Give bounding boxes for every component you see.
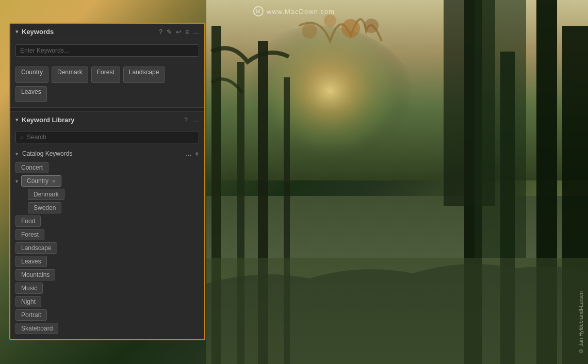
keywords-list-icon[interactable]: ≡ [185,28,189,36]
watermark: M www.MacDown.com [253,6,335,16]
svg-point-15 [341,19,360,38]
library-toggle[interactable]: ▾ [15,117,19,123]
list-item: Skateboard [15,323,199,334]
svg-marker-12 [475,0,526,258]
library-search-input[interactable] [27,134,194,141]
library-search-bar: ⌕ [15,131,199,143]
list-item: Night [15,296,199,307]
kw-music[interactable]: Music [15,283,43,294]
kw-forest[interactable]: Forest [15,229,44,240]
list-item: Mountains [15,269,199,280]
list-item: Concert [15,162,199,173]
keywords-toggle[interactable]: ▾ [15,28,19,35]
catalog-add-icon[interactable]: + [195,150,199,158]
keywords-more-icon[interactable]: … [193,28,199,36]
keywords-reset-icon[interactable]: ↩ [176,28,181,36]
keyword-tags-area: Country Denmark Forest Landscape Leaves [10,61,204,108]
keyword-library-section: ▾ Keyword Library ? … ⌕ ▾ Catalog Keywor… [10,112,204,339]
library-title: Keyword Library [22,116,181,124]
watermark-icon: M [253,6,264,16]
kw-leaves[interactable]: Leaves [15,256,47,267]
keyword-input[interactable] [15,44,199,57]
kw-portrait[interactable]: Portrait [15,309,47,321]
library-section-header: ▾ Keyword Library ? … [10,112,204,128]
catalog-more-icon[interactable]: … [186,150,192,157]
svg-point-16 [364,19,379,33]
list-item: Food [15,216,199,227]
list-item: Leaves [15,256,199,267]
list-item: Portrait [15,309,199,321]
keyword-tag-forest[interactable]: Forest [91,67,120,83]
svg-point-13 [302,23,317,39]
kw-sweden[interactable]: Sweden [28,202,61,213]
keywords-edit-icon[interactable]: ✎ [167,28,172,36]
keywords-toolbar: ? ✎ ↩ ≡ … [159,28,199,36]
country-expand-icon[interactable]: ▾ [15,178,18,184]
keyword-tag-landscape[interactable]: Landscape [123,67,165,83]
list-item: Forest [15,229,199,240]
list-item: Landscape [15,242,199,254]
list-item: Denmark [15,189,199,200]
section-divider [10,108,204,112]
search-icon: ⌕ [20,134,24,141]
catalog-keywords-title: Catalog Keywords [22,150,183,157]
catalog-expand-icon[interactable]: ▾ [15,151,18,157]
copyright-text: © Jan Hyldebrandt-Larsen [578,291,584,354]
keyword-input-area [10,40,204,61]
kw-mountains[interactable]: Mountains [15,269,55,280]
catalog-toolbar: … + [186,150,199,158]
keywords-title: Keywords [22,28,156,36]
kw-country-remove-icon[interactable]: ✕ [52,178,56,184]
kw-country[interactable]: Country ✕ [21,175,61,187]
list-item: Music [15,283,199,294]
keywords-section-header: ▾ Keywords ? ✎ ↩ ≡ … [10,24,204,40]
svg-point-1 [217,26,423,211]
keywords-help-icon[interactable]: ? [159,28,162,36]
catalog-keywords-header: ▾ Catalog Keywords … + [10,146,204,161]
kw-denmark[interactable]: Denmark [28,189,64,200]
library-more-icon[interactable]: … [193,117,199,124]
list-item: Sweden [15,202,199,213]
keyword-library-list: Concert ▾ Country ✕ Denmark Sweden Food [10,161,204,339]
watermark-text: www.MacDown.com [267,8,335,15]
library-help-icon[interactable]: ? [184,117,188,124]
kw-night[interactable]: Night [15,296,41,307]
kw-skateboard[interactable]: Skateboard [15,323,58,334]
kw-food[interactable]: Food [15,216,41,227]
kw-landscape[interactable]: Landscape [15,242,57,254]
keyword-tag-leaves[interactable]: Leaves [15,86,47,103]
list-item: ▾ Country ✕ [15,175,199,187]
keyword-tag-country[interactable]: Country [15,67,48,83]
kw-concert[interactable]: Concert [15,162,48,173]
keyword-tag-denmark[interactable]: Denmark [52,67,88,83]
left-panel: ▾ Keywords ? ✎ ↩ ≡ … Country Denmark For… [9,23,205,340]
